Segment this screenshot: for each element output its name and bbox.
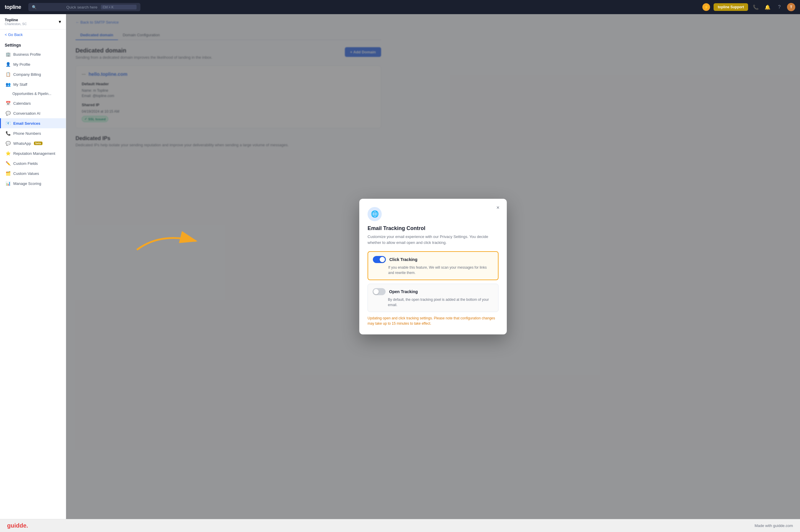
bell-icon[interactable]: 🔔 — [763, 3, 772, 11]
whatsapp-icon: 💬 — [6, 141, 10, 146]
sidebar-item-my-staff[interactable]: 👥 My Staff — [0, 79, 66, 89]
sidebar: Topline Charleston, SC ▾ < Go Back Setti… — [0, 14, 66, 519]
sidebar-item-label: My Profile — [13, 62, 31, 66]
open-tracking-desc: By default, the open tracking pixel is a… — [373, 297, 494, 308]
top-navigation: topline 🔍 Quick search here Ctrl + K ⚡ t… — [0, 0, 800, 14]
sidebar-item-label: Email Services — [13, 121, 40, 126]
footer: guidde. Made with guidde.com — [0, 519, 800, 532]
sidebar-item-label: Business Profile — [13, 52, 41, 57]
footer-logo: guidde. — [7, 522, 28, 529]
sidebar-item-business-profile[interactable]: 🏢 Business Profile — [0, 49, 66, 59]
sidebar-item-label: Phone Numbers — [13, 131, 41, 136]
org-location: Charleston, SC — [5, 22, 27, 26]
open-tracking-option: Open Tracking By default, the open track… — [368, 284, 499, 312]
opportunities-label: Opportunities & Pipelin... — [13, 92, 51, 96]
sidebar-item-custom-values[interactable]: 🗂️ Custom Values — [0, 168, 66, 178]
open-tracking-label: Open Tracking — [389, 289, 418, 294]
modal-subtitle: Customize your email experience with our… — [368, 234, 499, 245]
org-selector[interactable]: Topline Charleston, SC ▾ — [0, 14, 66, 30]
modal-warning-text: Updating open and click tracking setting… — [368, 316, 499, 326]
main-layout: Topline Charleston, SC ▾ < Go Back Setti… — [0, 14, 800, 519]
business-profile-icon: 🏢 — [6, 52, 10, 57]
beta-badge: beta — [34, 141, 42, 145]
my-profile-icon: 👤 — [6, 62, 10, 66]
lightning-icon[interactable]: ⚡ — [702, 3, 710, 11]
custom-fields-icon: ✏️ — [6, 161, 10, 166]
footer-tagline: Made with guidde.com — [755, 524, 793, 528]
company-billing-icon: 📋 — [6, 72, 10, 77]
sidebar-item-label: Manage Scoring — [13, 182, 41, 186]
sidebar-item-opportunities[interactable]: Opportunities & Pipelin... — [0, 89, 66, 98]
modal-title: Email Tracking Control — [368, 225, 499, 231]
sidebar-section-title: Settings — [0, 40, 66, 49]
calendars-icon: 📅 — [6, 101, 10, 106]
sidebar-item-custom-fields[interactable]: ✏️ Custom Fields — [0, 158, 66, 168]
sidebar-item-label: My Staff — [13, 82, 27, 87]
email-services-icon: 📧 — [6, 121, 10, 126]
sidebar-item-my-profile[interactable]: 👤 My Profile — [0, 59, 66, 69]
search-icon: 🔍 — [32, 5, 64, 10]
avatar[interactable]: T — [787, 3, 795, 11]
click-tracking-desc: If you enable this feature, We will scan… — [373, 265, 493, 276]
search-bar[interactable]: 🔍 Quick search here Ctrl + K — [28, 3, 141, 11]
my-staff-icon: 👥 — [6, 82, 10, 87]
click-tracking-option: Click Tracking If you enable this featur… — [368, 251, 499, 280]
sidebar-item-email-services[interactable]: 📧 Email Services — [0, 118, 66, 128]
sidebar-item-label: Conversation AI — [13, 111, 40, 116]
conversation-ai-icon: 💬 — [6, 111, 10, 116]
sidebar-item-conversation-ai[interactable]: 💬 Conversation AI — [0, 108, 66, 118]
go-back-link[interactable]: < Go Back — [0, 30, 66, 40]
arrow-annotation — [125, 226, 208, 256]
app-logo: topline — [5, 4, 21, 10]
sidebar-item-phone-numbers[interactable]: 📞 Phone Numbers — [0, 128, 66, 138]
reputation-icon: ⭐ — [6, 151, 10, 156]
modal-close-button[interactable]: × — [494, 204, 502, 212]
custom-values-icon: 🗂️ — [6, 171, 10, 176]
phone-numbers-icon: 📞 — [6, 131, 10, 136]
search-shortcut: Ctrl + K — [101, 5, 136, 10]
sidebar-item-label: Company Billing — [13, 72, 41, 77]
sidebar-item-label: Custom Fields — [13, 161, 38, 166]
open-tracking-toggle[interactable] — [373, 288, 386, 295]
sidebar-item-reputation-management[interactable]: ⭐ Reputation Management — [0, 148, 66, 158]
email-tracking-modal: × 🌐 Email Tracking Control Customize you… — [359, 199, 507, 335]
sidebar-item-label: WhatsApp — [13, 141, 31, 146]
click-tracking-toggle[interactable] — [373, 256, 386, 263]
sidebar-item-manage-scoring[interactable]: 📊 Manage Scoring — [0, 178, 66, 188]
search-placeholder: Quick search here — [67, 5, 98, 10]
help-icon[interactable]: ? — [775, 3, 783, 11]
phone-icon[interactable]: 📞 — [751, 3, 760, 11]
support-button[interactable]: topline Support — [713, 3, 748, 11]
content-area: ← Back to SMTP Service Dedicated domain … — [66, 14, 800, 519]
org-name: Topline — [5, 18, 27, 22]
sidebar-item-label: Reputation Management — [13, 151, 55, 156]
sidebar-item-label: Calendars — [13, 101, 31, 106]
sidebar-item-company-billing[interactable]: 📋 Company Billing — [0, 69, 66, 79]
sidebar-item-calendars[interactable]: 📅 Calendars — [0, 98, 66, 108]
click-tracking-label: Click Tracking — [389, 257, 417, 262]
sidebar-item-label: Custom Values — [13, 171, 39, 176]
chevron-down-icon: ▾ — [59, 19, 61, 24]
manage-scoring-icon: 📊 — [6, 181, 10, 186]
modal-globe-icon: 🌐 — [368, 207, 382, 221]
modal-overlay[interactable]: × 🌐 Email Tracking Control Customize you… — [66, 14, 800, 519]
sidebar-item-whatsapp[interactable]: 💬 WhatsApp beta — [0, 138, 66, 148]
